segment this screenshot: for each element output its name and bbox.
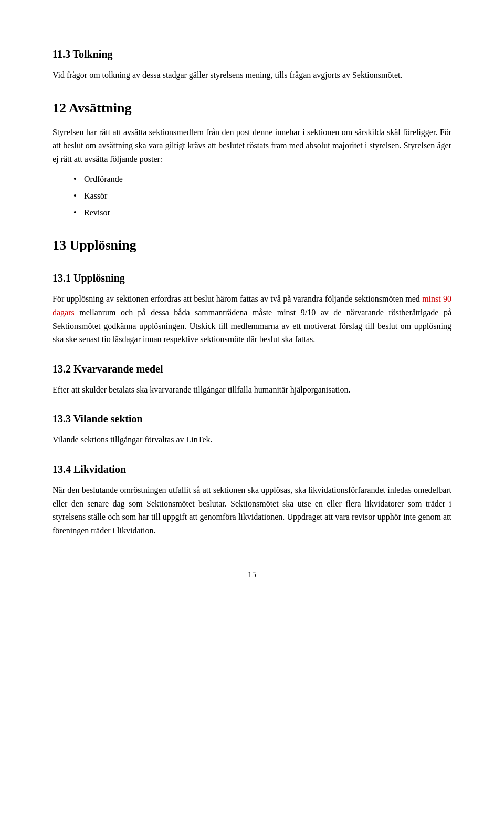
paragraph-12-1: Styrelsen har rätt att avsätta sektionsm… bbox=[52, 126, 452, 166]
heading-13-2: 13.2 Kvarvarande medel bbox=[52, 361, 452, 377]
section-13-4: 13.4 Likvidation När den beslutande omrö… bbox=[52, 461, 452, 537]
paragraph-13-4: När den beslutande omröstningen utfallit… bbox=[52, 483, 452, 537]
section-11-3: 11.3 Tolkning Vid frågor om tolkning av … bbox=[52, 46, 452, 82]
section-12: 12 Avsättning Styrelsen har rätt att avs… bbox=[52, 98, 452, 220]
list-item: Revisor bbox=[74, 207, 452, 219]
page-number: 15 bbox=[52, 569, 452, 581]
heading-13: 13 Upplösning bbox=[52, 235, 452, 255]
heading-13-1: 13.1 Upplösning bbox=[52, 270, 452, 286]
paragraph-13-2: Efter att skulder betalats ska kvarvaran… bbox=[52, 383, 452, 397]
paragraph-11-3: Vid frågor om tolkning av dessa stadgar … bbox=[52, 68, 452, 82]
section-13: 13 Upplösning bbox=[52, 235, 452, 255]
paragraph-13-1-part1: För upplösning av sektionen erfordras at… bbox=[52, 294, 422, 303]
section-13-1: 13.1 Upplösning För upplösning av sektio… bbox=[52, 270, 452, 346]
list-item: Kassör bbox=[74, 190, 452, 202]
heading-13-4: 13.4 Likvidation bbox=[52, 461, 452, 477]
list-item: Ordförande bbox=[74, 173, 452, 185]
heading-12: 12 Avsättning bbox=[52, 98, 452, 118]
section-13-2: 13.2 Kvarvarande medel Efter att skulder… bbox=[52, 361, 452, 397]
paragraph-13-1: För upplösning av sektionen erfordras at… bbox=[52, 292, 452, 346]
paragraph-13-1-part2: mellanrum och på dessa båda sammanträden… bbox=[52, 308, 452, 344]
bullet-list-12: Ordförande Kassör Revisor bbox=[74, 173, 452, 219]
section-13-3: 13.3 Vilande sektion Vilande sektions ti… bbox=[52, 411, 452, 447]
paragraph-13-3: Vilande sektions tillgångar förvaltas av… bbox=[52, 433, 452, 447]
heading-11-3: 11.3 Tolkning bbox=[52, 46, 452, 62]
heading-13-3: 13.3 Vilande sektion bbox=[52, 411, 452, 427]
